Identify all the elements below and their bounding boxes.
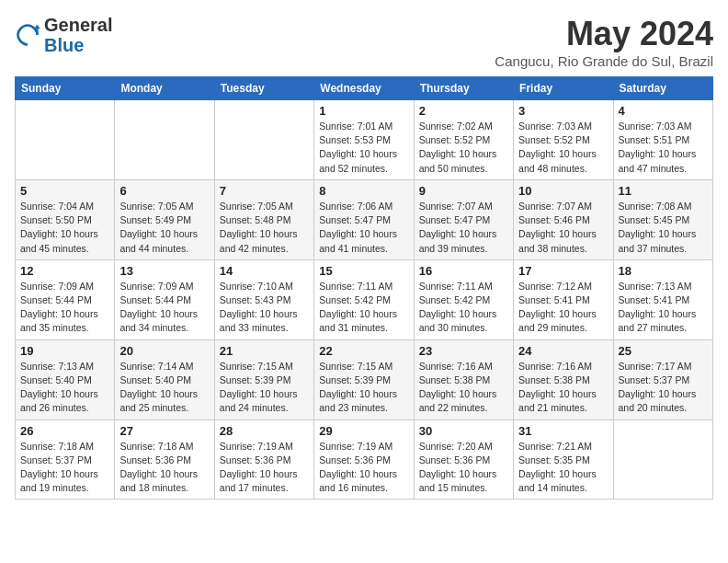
calendar-cell: 18Sunrise: 7:13 AMSunset: 5:41 PMDayligh… (613, 259, 712, 339)
calendar-cell: 12Sunrise: 7:09 AMSunset: 5:44 PMDayligh… (16, 259, 115, 339)
calendar-header: SundayMondayTuesdayWednesdayThursdayFrid… (16, 77, 713, 100)
day-number: 7 (220, 184, 309, 198)
calendar-cell: 10Sunrise: 7:07 AMSunset: 5:46 PMDayligh… (514, 179, 613, 259)
calendar-cell (214, 100, 313, 180)
calendar-cell: 14Sunrise: 7:10 AMSunset: 5:43 PMDayligh… (214, 259, 313, 339)
calendar-week-row: 19Sunrise: 7:13 AMSunset: 5:40 PMDayligh… (16, 339, 713, 419)
day-number: 16 (419, 264, 508, 278)
day-number: 30 (419, 424, 508, 438)
day-info: Sunrise: 7:18 AMSunset: 5:37 PMDaylight:… (20, 440, 109, 496)
calendar-cell (16, 100, 115, 180)
day-number: 21 (220, 344, 309, 358)
day-number: 2 (419, 104, 508, 118)
day-info: Sunrise: 7:05 AMSunset: 5:49 PMDaylight:… (119, 200, 209, 256)
weekday-header: Tuesday (214, 77, 313, 100)
day-number: 5 (20, 184, 109, 198)
location-text: Cangucu, Rio Grande do Sul, Brazil (495, 53, 713, 69)
day-number: 18 (619, 264, 708, 278)
day-number: 20 (119, 344, 209, 358)
day-info: Sunrise: 7:13 AMSunset: 5:41 PMDaylight:… (619, 280, 708, 336)
logo: General Blue (15, 15, 112, 55)
day-info: Sunrise: 7:06 AMSunset: 5:47 PMDaylight:… (319, 200, 408, 256)
weekday-header: Monday (115, 77, 214, 100)
logo-icon (15, 22, 40, 48)
weekday-header-row: SundayMondayTuesdayWednesdayThursdayFrid… (16, 77, 713, 100)
calendar-cell: 21Sunrise: 7:15 AMSunset: 5:39 PMDayligh… (214, 339, 313, 419)
calendar-body: 1Sunrise: 7:01 AMSunset: 5:53 PMDaylight… (16, 100, 713, 500)
day-number: 14 (220, 264, 309, 278)
calendar-cell: 25Sunrise: 7:17 AMSunset: 5:37 PMDayligh… (613, 339, 712, 419)
calendar-cell: 26Sunrise: 7:18 AMSunset: 5:37 PMDayligh… (16, 419, 115, 500)
day-number: 29 (319, 424, 408, 438)
calendar-cell: 16Sunrise: 7:11 AMSunset: 5:42 PMDayligh… (414, 259, 513, 339)
calendar-cell: 13Sunrise: 7:09 AMSunset: 5:44 PMDayligh… (115, 259, 214, 339)
calendar-table: SundayMondayTuesdayWednesdayThursdayFrid… (15, 76, 713, 500)
calendar-cell (115, 100, 214, 180)
day-info: Sunrise: 7:11 AMSunset: 5:42 PMDaylight:… (319, 280, 408, 336)
page-header: General Blue May 2024 Cangucu, Rio Grand… (15, 15, 713, 69)
logo-text: General Blue (44, 15, 112, 55)
day-info: Sunrise: 7:16 AMSunset: 5:38 PMDaylight:… (518, 360, 608, 416)
calendar-cell: 11Sunrise: 7:08 AMSunset: 5:45 PMDayligh… (613, 179, 712, 259)
day-info: Sunrise: 7:10 AMSunset: 5:43 PMDaylight:… (220, 280, 309, 336)
calendar-week-row: 1Sunrise: 7:01 AMSunset: 5:53 PMDaylight… (16, 100, 713, 180)
day-info: Sunrise: 7:19 AMSunset: 5:36 PMDaylight:… (319, 440, 408, 496)
calendar-cell: 9Sunrise: 7:07 AMSunset: 5:47 PMDaylight… (414, 179, 513, 259)
calendar-cell: 8Sunrise: 7:06 AMSunset: 5:47 PMDaylight… (314, 179, 414, 259)
calendar-cell: 4Sunrise: 7:03 AMSunset: 5:51 PMDaylight… (613, 100, 712, 180)
calendar-cell: 3Sunrise: 7:03 AMSunset: 5:52 PMDaylight… (514, 100, 613, 180)
day-info: Sunrise: 7:09 AMSunset: 5:44 PMDaylight:… (119, 280, 209, 336)
calendar-cell: 22Sunrise: 7:15 AMSunset: 5:39 PMDayligh… (314, 339, 414, 419)
weekday-header: Wednesday (314, 77, 414, 100)
calendar-cell: 17Sunrise: 7:12 AMSunset: 5:41 PMDayligh… (514, 259, 613, 339)
day-info: Sunrise: 7:20 AMSunset: 5:36 PMDaylight:… (419, 440, 508, 496)
day-number: 22 (319, 344, 408, 358)
calendar-cell: 2Sunrise: 7:02 AMSunset: 5:52 PMDaylight… (414, 100, 513, 180)
calendar-cell: 7Sunrise: 7:05 AMSunset: 5:48 PMDaylight… (214, 179, 313, 259)
calendar-week-row: 5Sunrise: 7:04 AMSunset: 5:50 PMDaylight… (16, 179, 713, 259)
day-info: Sunrise: 7:19 AMSunset: 5:36 PMDaylight:… (220, 440, 309, 496)
weekday-header: Sunday (16, 77, 115, 100)
day-info: Sunrise: 7:02 AMSunset: 5:52 PMDaylight:… (419, 120, 508, 176)
day-info: Sunrise: 7:09 AMSunset: 5:44 PMDaylight:… (20, 280, 109, 336)
day-info: Sunrise: 7:15 AMSunset: 5:39 PMDaylight:… (220, 360, 309, 416)
day-number: 15 (319, 264, 408, 278)
day-number: 13 (119, 264, 209, 278)
day-number: 11 (619, 184, 708, 198)
day-info: Sunrise: 7:07 AMSunset: 5:47 PMDaylight:… (419, 200, 508, 256)
weekday-header: Thursday (414, 77, 513, 100)
calendar-cell: 1Sunrise: 7:01 AMSunset: 5:53 PMDaylight… (314, 100, 414, 180)
day-number: 23 (419, 344, 508, 358)
calendar-cell: 5Sunrise: 7:04 AMSunset: 5:50 PMDaylight… (16, 179, 115, 259)
day-info: Sunrise: 7:03 AMSunset: 5:52 PMDaylight:… (518, 120, 608, 176)
calendar-cell: 30Sunrise: 7:20 AMSunset: 5:36 PMDayligh… (414, 419, 513, 500)
day-info: Sunrise: 7:04 AMSunset: 5:50 PMDaylight:… (20, 200, 109, 256)
logo-blue-text: Blue (44, 35, 84, 55)
day-info: Sunrise: 7:07 AMSunset: 5:46 PMDaylight:… (518, 200, 608, 256)
calendar-cell: 31Sunrise: 7:21 AMSunset: 5:35 PMDayligh… (514, 419, 613, 500)
day-number: 17 (518, 264, 608, 278)
month-title: May 2024 (495, 15, 713, 53)
day-info: Sunrise: 7:05 AMSunset: 5:48 PMDaylight:… (220, 200, 309, 256)
calendar-cell: 15Sunrise: 7:11 AMSunset: 5:42 PMDayligh… (314, 259, 414, 339)
day-number: 4 (619, 104, 708, 118)
day-number: 27 (119, 424, 209, 438)
day-info: Sunrise: 7:15 AMSunset: 5:39 PMDaylight:… (319, 360, 408, 416)
weekday-header: Friday (514, 77, 613, 100)
day-info: Sunrise: 7:18 AMSunset: 5:36 PMDaylight:… (119, 440, 209, 496)
day-number: 8 (319, 184, 408, 198)
day-number: 28 (220, 424, 309, 438)
day-info: Sunrise: 7:17 AMSunset: 5:37 PMDaylight:… (619, 360, 708, 416)
day-number: 31 (518, 424, 608, 438)
calendar-cell: 6Sunrise: 7:05 AMSunset: 5:49 PMDaylight… (115, 179, 214, 259)
logo-general-text: General (44, 15, 112, 35)
day-number: 26 (20, 424, 109, 438)
day-number: 6 (119, 184, 209, 198)
calendar-week-row: 12Sunrise: 7:09 AMSunset: 5:44 PMDayligh… (16, 259, 713, 339)
day-info: Sunrise: 7:13 AMSunset: 5:40 PMDaylight:… (20, 360, 109, 416)
day-number: 25 (619, 344, 708, 358)
calendar-cell: 28Sunrise: 7:19 AMSunset: 5:36 PMDayligh… (214, 419, 313, 500)
title-block: May 2024 Cangucu, Rio Grande do Sul, Bra… (495, 15, 713, 69)
calendar-cell (613, 419, 712, 500)
day-number: 24 (518, 344, 608, 358)
